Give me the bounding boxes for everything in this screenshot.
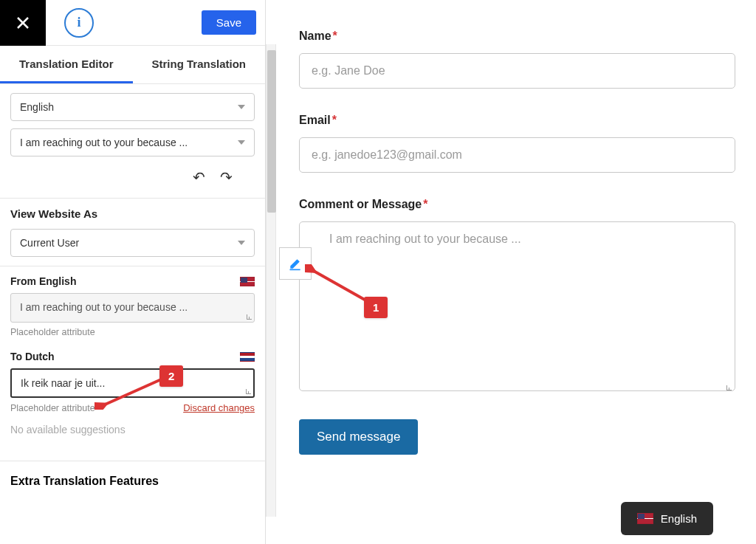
string-select[interactable]: I am reaching out to your because ... bbox=[10, 128, 255, 156]
undo-icon[interactable]: ↶ bbox=[193, 168, 205, 186]
save-button[interactable]: Save bbox=[202, 10, 256, 35]
view-as-section: View Website As Current User bbox=[0, 199, 265, 266]
name-label: Name* bbox=[299, 30, 735, 43]
svg-line-3 bbox=[312, 270, 370, 303]
to-label-row: To Dutch bbox=[10, 351, 255, 362]
sidebar-tabs: Translation Editor String Translation bbox=[0, 46, 265, 84]
tab-string-translation[interactable]: String Translation bbox=[133, 46, 266, 83]
send-message-button[interactable]: Send message bbox=[299, 419, 418, 455]
resize-grip-icon bbox=[244, 312, 252, 320]
from-label-row: From English bbox=[10, 275, 255, 287]
sidebar-body: English I am reaching out to your becaus… bbox=[0, 84, 265, 544]
suggestions-text: No available suggestions bbox=[10, 413, 255, 435]
svg-rect-2 bbox=[290, 269, 300, 271]
language-switcher[interactable]: English bbox=[621, 502, 713, 535]
email-group: Email* bbox=[299, 114, 735, 173]
selectors-section: English I am reaching out to your becaus… bbox=[0, 84, 265, 199]
from-hint: Placeholder attribute bbox=[10, 327, 255, 337]
language-switcher-label: English bbox=[661, 512, 697, 525]
to-value: Ik reik naar je uit... bbox=[21, 377, 105, 389]
redo-icon[interactable]: ↷ bbox=[220, 168, 233, 186]
pencil-icon bbox=[288, 256, 303, 271]
nl-flag-icon bbox=[240, 352, 255, 362]
source-language-value: English bbox=[20, 101, 54, 113]
scrollbar-thumb[interactable] bbox=[267, 50, 276, 213]
name-group: Name* bbox=[299, 30, 735, 89]
svg-line-4 bbox=[103, 377, 166, 405]
scrollbar-track[interactable] bbox=[266, 44, 276, 517]
from-textarea: I am reaching out to your because ... bbox=[10, 293, 255, 323]
us-flag-icon bbox=[637, 513, 653, 524]
callout-2: 2 bbox=[159, 365, 183, 387]
from-value: I am reaching out to your because ... bbox=[20, 301, 188, 313]
discard-changes-link[interactable]: Discard changes bbox=[183, 402, 255, 413]
view-as-title: View Website As bbox=[10, 207, 255, 220]
message-label-text: Comment or Message bbox=[299, 198, 422, 210]
tab-translation-editor[interactable]: Translation Editor bbox=[0, 46, 133, 83]
source-language-select[interactable]: English bbox=[10, 93, 255, 121]
email-field[interactable] bbox=[299, 137, 735, 173]
required-asterisk: * bbox=[423, 198, 427, 210]
name-field[interactable] bbox=[299, 53, 735, 89]
email-label-text: Email bbox=[299, 114, 331, 126]
required-asterisk: * bbox=[332, 114, 337, 126]
sidebar-header: i Save bbox=[0, 0, 265, 46]
to-label: To Dutch bbox=[10, 351, 55, 362]
close-icon bbox=[15, 15, 31, 31]
from-label: From English bbox=[10, 275, 76, 287]
string-select-value: I am reaching out to your because ... bbox=[20, 137, 188, 148]
translation-section: From English I am reaching out to your b… bbox=[0, 266, 265, 438]
chevron-down-icon bbox=[238, 140, 245, 145]
us-flag-icon bbox=[240, 277, 255, 286]
required-asterisk: * bbox=[333, 30, 337, 42]
resize-grip-icon bbox=[244, 387, 251, 394]
extra-translation-title: Extra Translation Features bbox=[0, 461, 265, 494]
resize-grip-icon bbox=[724, 383, 732, 390]
view-as-select[interactable]: Current User bbox=[10, 229, 255, 257]
view-as-value: Current User bbox=[20, 237, 79, 249]
chevron-down-icon bbox=[238, 241, 245, 245]
message-label: Comment or Message* bbox=[299, 198, 735, 211]
name-label-text: Name bbox=[299, 30, 331, 42]
undo-redo-row: ↶ ↷ bbox=[10, 164, 255, 189]
close-button[interactable] bbox=[0, 0, 46, 46]
translation-sidebar: i Save Translation Editor String Transla… bbox=[0, 0, 266, 544]
info-icon[interactable]: i bbox=[64, 8, 94, 38]
to-hint: Placeholder attribute bbox=[10, 403, 95, 413]
callout-1: 1 bbox=[364, 297, 388, 318]
email-label: Email* bbox=[299, 114, 735, 127]
chevron-down-icon bbox=[238, 105, 245, 109]
